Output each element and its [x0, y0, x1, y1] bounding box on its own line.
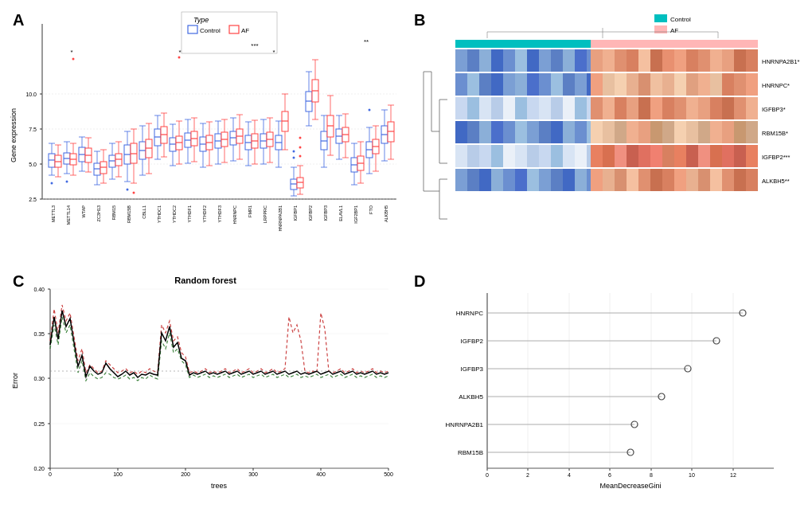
svg-rect-448 [587, 121, 591, 143]
svg-text:*: * [272, 49, 275, 56]
svg-rect-485 [698, 145, 710, 167]
boxplot-ythdc1-af [161, 113, 167, 157]
heatmap-row-rbm15b [455, 121, 758, 143]
svg-rect-495 [503, 169, 515, 191]
svg-rect-378 [710, 49, 722, 72]
heatmap-row-igfbp2 [455, 145, 758, 167]
svg-rect-505 [615, 169, 627, 191]
svg-text:HNRNPC: HNRNPC [232, 205, 237, 225]
svg-rect-412 [479, 97, 491, 119]
svg-rect-391 [551, 73, 563, 96]
boxplot-ythdc2-af [176, 57, 182, 165]
svg-rect-447 [575, 121, 587, 143]
svg-text:0.20: 0.20 [33, 466, 45, 471]
svg-text:RBM15B: RBM15B [127, 205, 131, 223]
gene-label-alkbh5: ALKBH5 [459, 393, 483, 401]
svg-rect-396 [603, 73, 615, 96]
svg-text:0.35: 0.35 [33, 331, 45, 337]
rf-black-line [50, 311, 388, 377]
svg-text:LRPPRC: LRPPRC [263, 205, 267, 223]
svg-rect-379 [722, 49, 734, 72]
svg-rect-418 [551, 97, 563, 119]
svg-rect-478 [615, 145, 627, 167]
heatmap-row-alkbh5 [455, 169, 758, 191]
svg-rect-445 [551, 121, 563, 143]
boxplot-cbll1-af [146, 123, 152, 174]
svg-rect-362 [527, 49, 539, 72]
svg-rect-493 [479, 169, 491, 191]
boxplot-hnrnpc-af [236, 115, 243, 159]
boxplot-mettl14-ctrl [64, 142, 70, 183]
svg-rect-406 [722, 73, 734, 96]
svg-text:IGFBP3: IGFBP3 [323, 205, 328, 221]
svg-text:AF: AF [241, 27, 249, 34]
svg-rect-404 [698, 73, 710, 96]
svg-text:400: 400 [316, 471, 326, 477]
svg-rect-491 [455, 169, 467, 191]
svg-text:HNRNPA2B1: HNRNPA2B1 [278, 205, 283, 232]
svg-point-239 [299, 147, 302, 149]
svg-rect-375 [674, 49, 686, 72]
svg-text:ALKBH5: ALKBH5 [384, 205, 388, 222]
svg-text:Error: Error [11, 373, 19, 389]
svg-rect-423 [603, 97, 615, 119]
svg-rect-431 [698, 97, 710, 119]
boxplot-igfbp2-ctrl [306, 72, 312, 126]
boxplot-fmr1-ctrl [245, 122, 252, 166]
svg-rect-488 [734, 145, 746, 167]
boxplot-ythdf3-ctrl [215, 121, 221, 164]
svg-rect-360 [503, 49, 515, 72]
svg-text:10: 10 [689, 472, 695, 478]
panel-d-x-label: MeanDecreaseGini [599, 482, 661, 490]
boxplot-rbm15b-ctrl [124, 131, 131, 191]
svg-rect-456 [674, 121, 686, 143]
svg-text:12: 12 [730, 472, 736, 478]
svg-rect-413 [491, 97, 503, 119]
svg-text:2: 2 [526, 472, 529, 478]
svg-rect-465 [467, 145, 479, 167]
boxplot-alkbh5-ctrl [381, 110, 388, 161]
svg-rect-421 [587, 97, 591, 119]
boxplot-hnrnpc-ctrl [230, 118, 236, 161]
boxplot-cbll1-ctrl [139, 126, 146, 175]
svg-rect-385 [479, 73, 491, 96]
svg-rect-459 [710, 121, 722, 143]
svg-rect-452 [627, 121, 638, 143]
svg-rect-398 [627, 73, 638, 96]
svg-rect-435 [746, 97, 758, 119]
svg-point-231 [293, 151, 295, 153]
svg-rect-357 [467, 49, 479, 72]
svg-rect-387 [503, 73, 515, 96]
svg-rect-479 [627, 145, 638, 167]
panel-a: A Type Control AF Gene expression [6, 6, 404, 264]
svg-rect-439 [479, 121, 491, 143]
svg-rect-472 [551, 145, 563, 167]
svg-rect-364 [551, 49, 563, 72]
boxplot-igfbp3-ctrl [321, 115, 327, 167]
panel-c-title: Random forest [174, 276, 236, 285]
svg-rect-426 [638, 97, 650, 119]
svg-rect-450 [603, 121, 615, 143]
svg-rect-367 [587, 49, 591, 72]
svg-rect-420 [575, 97, 587, 119]
svg-rect-476 [591, 145, 603, 167]
svg-text:100: 100 [113, 471, 123, 477]
heatmap-row-hnrnpa2b1 [455, 49, 758, 72]
svg-rect-370 [615, 49, 627, 72]
svg-point-240 [299, 137, 302, 139]
svg-text:ALKBH5**: ALKBH5** [762, 178, 790, 185]
svg-text:Type: Type [193, 16, 209, 24]
boxplot-rbm15-af [115, 142, 122, 177]
svg-rect-414 [503, 97, 515, 119]
svg-text:5.0: 5.0 [29, 162, 37, 167]
boxplot-ythdf1-af [191, 118, 197, 162]
svg-rect-510 [674, 169, 686, 191]
svg-rect-393 [575, 73, 587, 96]
svg-rect-486 [710, 145, 722, 167]
svg-rect-502 [587, 169, 591, 191]
svg-rect-461 [734, 121, 746, 143]
svg-rect-373 [650, 49, 662, 72]
svg-text:IGFBP3*: IGFBP3* [762, 106, 786, 113]
svg-rect-468 [503, 145, 515, 167]
boxplot-mettl3-af [55, 145, 61, 177]
